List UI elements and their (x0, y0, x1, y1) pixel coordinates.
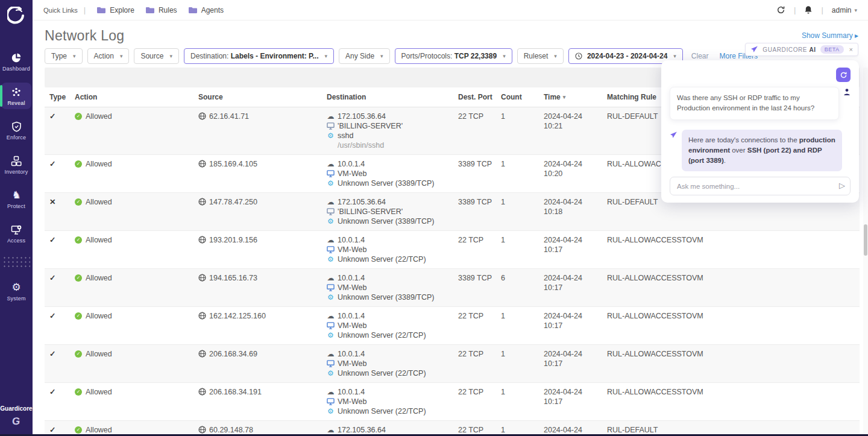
filter-chip[interactable]: Type ▾ (45, 48, 83, 64)
type-cell: ✓ (49, 311, 75, 340)
dest-port-cell: 22 TCP (458, 349, 501, 378)
destination-text: Unknown Server (22/TCP) (338, 406, 426, 416)
table-row[interactable]: ✓ ✓ Allowed 206.168.34.191 ☁10.0.1.4VM-W… (45, 383, 860, 421)
page-title: Network Log (45, 28, 124, 44)
guardicore-logo-icon[interactable] (0, 0, 33, 31)
filter-chip[interactable]: Ports/Protocols: TCP 22,3389 ▾ (395, 48, 512, 64)
ai-chip-label: GUARDICORE AI (763, 46, 816, 53)
filter-chip-label: Ports/Protocols: TCP 22,3389 (401, 52, 497, 60)
filter-chip[interactable]: Action ▾ (87, 48, 130, 64)
allowed-status-icon: ✓ (75, 198, 82, 206)
chevron-down-icon: ▾ (169, 53, 172, 59)
process-icon: ⚙ (327, 131, 335, 140)
sidebar-item-dashboard[interactable]: Dashboard (1, 48, 31, 75)
destination-line: ⚙Unknown Server (3389/TCP) (327, 179, 458, 188)
send-icon[interactable]: ▷ (839, 181, 845, 190)
nav-rules[interactable]: Rules (145, 6, 177, 14)
filter-chip[interactable]: Any Side ▾ (339, 48, 390, 64)
column-type[interactable]: Type (49, 93, 75, 101)
count-cell: 1 (501, 197, 544, 226)
destination-text: 10.0.1.4 (338, 273, 365, 283)
ask-ai-input[interactable] (670, 177, 851, 195)
column-count[interactable]: Count (501, 93, 544, 101)
chevron-down-icon: ▾ (325, 53, 328, 59)
nav-label: Agents (201, 6, 224, 14)
sidebar-item-reveal[interactable]: Reveal (1, 83, 31, 109)
sidebar-brand-block: Guardicore G (0, 405, 32, 428)
nav-agents[interactable]: Agents (188, 6, 224, 14)
sidebar-nav: Dashboard Reveal Enforce Inventory (0, 48, 33, 305)
chevron-down-icon: ▾ (73, 53, 76, 59)
action-cell: ✓ Allowed (75, 112, 198, 150)
source-cell: 185.169.4.105 (198, 159, 327, 188)
user-avatar-icon (843, 88, 851, 96)
nav-explore[interactable]: Explore (96, 6, 134, 14)
filter-chip[interactable]: Destination: Labels - Environment: P... … (184, 48, 334, 64)
destination-text: 172.105.36.64 (338, 112, 386, 121)
main-content: Network Log Show Summary ▸ Type ▾ Action… (33, 21, 868, 436)
destination-line: ☁10.0.1.4 (327, 159, 458, 169)
filter-chip[interactable]: Source ▾ (134, 48, 179, 64)
enforce-icon (11, 121, 22, 133)
scrollbar-thumb[interactable] (864, 224, 867, 256)
column-action[interactable]: Action (75, 93, 198, 101)
table-row[interactable]: ✓ ✓ Allowed 194.165.16.73 ☁10.0.1.4VM-We… (45, 269, 860, 307)
filter-chip-label: Source (140, 52, 163, 60)
destination-line: 'BILLING-SERVER' (327, 121, 458, 131)
user-message-row: Was there any SSH or RDP traffic to my P… (670, 87, 851, 120)
count-cell: 1 (501, 235, 544, 264)
globe-icon (198, 236, 206, 244)
destination-line: ⚙sshd (327, 131, 458, 141)
folder-icon (96, 7, 106, 14)
destination-text: 'BILLING-SERVER' (338, 207, 403, 216)
column-time[interactable]: Time▾ (544, 93, 607, 101)
allowed-status-icon: ✓ (75, 236, 82, 244)
sidebar-item-inventory[interactable]: Inventory (1, 151, 31, 178)
quick-links[interactable]: Quick Links (43, 7, 78, 14)
ai-restart-button[interactable] (836, 68, 851, 82)
sidebar-item-enforce[interactable]: Enforce (1, 117, 31, 144)
dest-port-cell: 22 TCP (458, 311, 501, 340)
filter-chip[interactable]: Ruleset ▾ (517, 48, 564, 64)
clear-filters-button[interactable]: Clear (691, 52, 709, 60)
column-dest-port[interactable]: Dest. Port (458, 93, 501, 101)
destination-text: Unknown Server (22/TCP) (338, 330, 426, 340)
guardicore-ai-chip[interactable]: GUARDICORE AI BETA × (745, 43, 858, 56)
server-monitor-icon (327, 122, 335, 130)
destination-line: ☁10.0.1.4 (327, 273, 458, 283)
count-cell: 6 (501, 273, 544, 302)
user-menu[interactable]: admin ▾ (832, 6, 857, 14)
table-row[interactable]: ✓ ✓ Allowed 162.142.125.160 ☁10.0.1.4VM-… (45, 307, 860, 345)
destination-cell: ☁10.0.1.4VM-Web⚙Unknown Server (3389/TCP… (327, 159, 458, 188)
chevron-down-icon: ▾ (503, 53, 506, 59)
dest-port-cell: 22 TCP (458, 112, 501, 150)
table-row[interactable]: ✓ ✓ Allowed 193.201.9.156 ☁10.0.1.4VM-We… (45, 231, 860, 269)
show-summary-link[interactable]: Show Summary ▸ (802, 31, 858, 40)
action-cell: ✓ Allowed (75, 235, 198, 264)
globe-icon (198, 426, 206, 434)
column-source[interactable]: Source (198, 93, 327, 101)
column-destination[interactable]: Destination (327, 93, 458, 101)
sidebar-item-protect[interactable]: ♞ Protect (1, 186, 31, 212)
vm-monitor-icon (327, 284, 335, 291)
topbar: Quick Links | Explore Rules Agents | | a… (33, 0, 868, 21)
refresh-icon[interactable] (776, 5, 785, 14)
dashboard-icon (11, 52, 22, 64)
chevron-down-icon: ▾ (380, 53, 383, 59)
table-row[interactable]: ✓ ✓ Allowed 206.168.34.69 ☁10.0.1.4VM-We… (45, 345, 860, 383)
action-cell: ✓ Allowed (75, 197, 198, 226)
allowed-status-icon: ✓ (75, 160, 82, 168)
ai-plane-icon (670, 131, 678, 139)
sidebar-label: Dashboard (2, 66, 30, 72)
sidebar-item-system[interactable]: ⚙ System (1, 278, 31, 305)
count-cell: 1 (501, 112, 544, 150)
sidebar-item-access[interactable]: Access (1, 220, 31, 247)
notifications-bell-icon[interactable] (804, 5, 813, 14)
destination-line: /usr/sbin/sshd (327, 141, 458, 150)
close-icon[interactable]: × (849, 46, 853, 53)
guardicore-g-logo-icon: G (11, 415, 20, 428)
time-cell: 2024-04-24 10:17 (544, 273, 592, 302)
allowed-status-icon: ✓ (75, 388, 82, 396)
server-monitor-icon (327, 208, 335, 215)
source-cell: 147.78.47.250 (198, 197, 327, 226)
